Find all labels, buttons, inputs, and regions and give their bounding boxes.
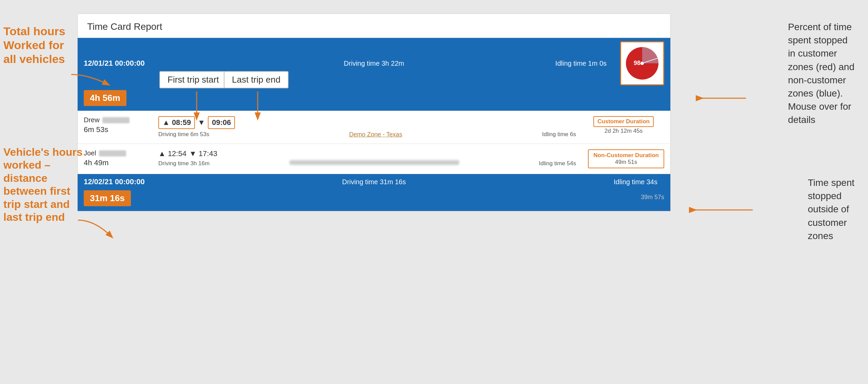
- pie-chart-container: 98: [620, 41, 664, 85]
- blurred-zone-bar-joel: [290, 160, 459, 165]
- vehicle-info-joel: Joel 4h 49m: [84, 149, 152, 167]
- arrow-first-trip: [190, 91, 210, 125]
- vehicle-trip-info-drew: ▲ 08:59 ▼ 09:06 Driving time 6m 53s Demo…: [152, 116, 583, 138]
- svg-text:98: 98: [634, 60, 640, 66]
- arrow-total-hours: [68, 71, 115, 91]
- vehicle-name-drew: Drew: [84, 116, 152, 124]
- non-customer-duration-joel: Non-Customer Duration 49m 51s: [588, 149, 664, 168]
- vehicle-zone-drew: Demo Zone - Texas: [349, 131, 402, 138]
- vehicle-name-blur-joel: [99, 150, 126, 156]
- day2-date: 12/02/21 00:00:00: [84, 177, 152, 186]
- annotation-time-spent: Time spentstoppedoutside ofcustomerzones: [808, 176, 854, 242]
- pie-chart: 98: [624, 45, 661, 82]
- vehicle-name-joel: Joel: [84, 149, 152, 157]
- day2-right-value: 39m 57s: [641, 194, 664, 201]
- customer-duration-drew: Customer Duration 2d 2h 12m 45s: [583, 116, 664, 134]
- vehicle-info-drew: Drew 6m 53s: [84, 116, 152, 134]
- arrow-time-spent: [688, 203, 756, 217]
- customer-duration-value-drew: 2d 2h 12m 45s: [583, 128, 664, 134]
- non-customer-label-joel: Non-Customer Duration: [593, 152, 659, 159]
- day1-total-badge: 4h 56m: [84, 90, 126, 106]
- vehicle-row-drew: Drew 6m 53s ▲ 08:59 ▼ 09:06 Driving time…: [78, 111, 670, 144]
- annotation-vehicle-hours: Vehicle's hoursworked –distancebetween f…: [3, 146, 82, 223]
- arrow-last-trip: [251, 91, 271, 125]
- trip-details-drew: Driving time 6m 53s Demo Zone - Texas Id…: [158, 131, 576, 138]
- vehicle-row-joel: Joel 4h 49m ▲ 12:54 ▼ 17:43 Driving time…: [78, 144, 670, 174]
- day2-idling-time: Idling time 34s: [614, 178, 657, 186]
- customer-duration-label-drew: Customer Duration: [593, 116, 654, 127]
- vehicle-hours-joel: 4h 49m: [84, 158, 152, 167]
- callout-last-trip-end: Last trip end: [224, 71, 289, 88]
- day2-header-row: 12/02/21 00:00:00 Driving time 31m 16s I…: [78, 174, 670, 211]
- main-card: Time Card Report 12/01/21 00:00:00 Drivi…: [77, 14, 671, 211]
- page-wrapper: Time Card Report 12/01/21 00:00:00 Drivi…: [0, 0, 868, 384]
- day1-date: 12/01/21 00:00:00: [84, 59, 152, 68]
- non-customer-value-joel: 49m 51s: [593, 159, 659, 166]
- annotation-total-hours: Total hoursWorked forall vehicles: [3, 24, 65, 66]
- vehicle-trip-info-joel: ▲ 12:54 ▼ 17:43 Driving time 3h 16m Idli…: [152, 149, 583, 167]
- arrow-percent-time: [695, 91, 749, 105]
- arrow-vehicle-hours: [75, 217, 115, 244]
- day2-total-badge: 31m 16s: [84, 190, 131, 206]
- trip-start-box-drew: ▲ 08:59: [158, 116, 195, 129]
- vehicle-right-drew: Customer Duration 2d 2h 12m 45s: [583, 116, 664, 134]
- annotation-percent-time: Percent of timespent stoppedin customerz…: [788, 20, 854, 127]
- card-title: Time Card Report: [78, 14, 670, 38]
- vehicle-hours-drew: 6m 53s: [84, 125, 152, 134]
- trip-end-box-drew: 09:06: [208, 116, 235, 129]
- day1-driving-time: Driving time 3h 22m: [344, 60, 404, 67]
- day1-idling-time: Idling time 1m 0s: [555, 60, 607, 67]
- vehicle-right-joel: Non-Customer Duration 49m 51s: [583, 149, 664, 168]
- trip-details-joel: Driving time 3h 16m Idling time 54s: [158, 160, 576, 167]
- day2-driving-time: Driving time 31m 16s: [342, 178, 406, 186]
- vehicle-name-blur-drew: [102, 117, 130, 123]
- callout-first-trip-start: First trip start: [159, 71, 227, 88]
